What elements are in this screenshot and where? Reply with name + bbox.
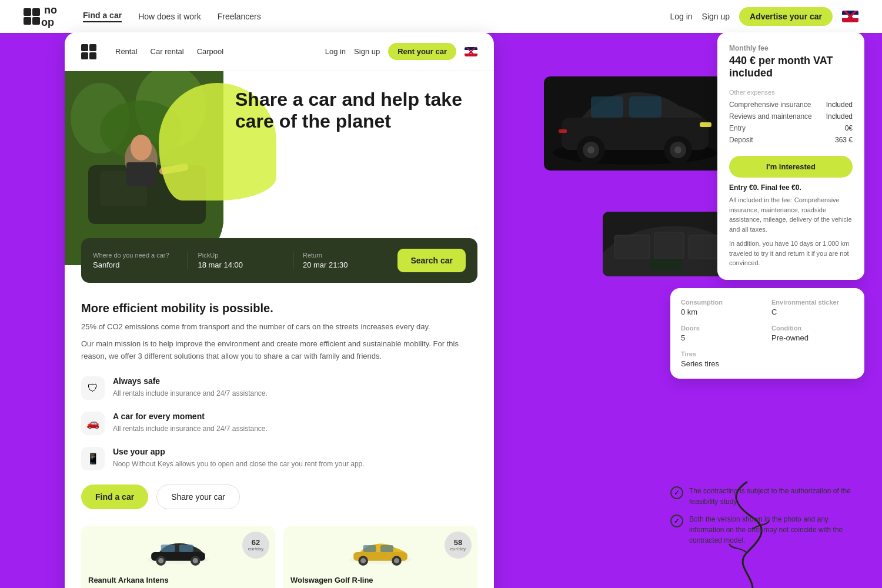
share-car-button[interactable]: Share your car bbox=[156, 485, 240, 509]
safe-icon: 🛡 bbox=[81, 376, 105, 400]
consumption-label: Consumption bbox=[681, 299, 763, 306]
feature-safe-title: Always safe bbox=[113, 376, 268, 386]
return-value[interactable]: 20 mar 21:30 bbox=[303, 260, 388, 269]
svg-rect-59 bbox=[650, 259, 682, 270]
card-flag-icon[interactable] bbox=[465, 47, 477, 56]
svg-rect-20 bbox=[363, 545, 376, 552]
svg-point-52 bbox=[674, 146, 681, 153]
car-name-0: Reanult Arkana Intens bbox=[88, 576, 268, 584]
hero-title: Share a car and help take care of the pl… bbox=[235, 89, 477, 132]
svg-rect-12 bbox=[161, 545, 175, 553]
mobility-para1: 25% of CO2 emissions come from transport… bbox=[81, 321, 477, 333]
env-label: Environmental sticker bbox=[771, 299, 854, 306]
expense-label-2: Entry bbox=[729, 124, 746, 132]
svg-rect-58 bbox=[689, 235, 718, 259]
pickup-label: PickUp bbox=[198, 252, 283, 259]
expense-label-0: Comprehensive insurance bbox=[729, 101, 811, 109]
top-nav-links: Find a car How does it work Freelancers bbox=[83, 11, 651, 22]
tires-label: Tires bbox=[681, 350, 763, 358]
interested-button[interactable]: I'm interested bbox=[729, 156, 853, 178]
checks-section: ✓ The contracting is subject to the auth… bbox=[670, 486, 864, 553]
search-car-button[interactable]: Search car bbox=[397, 249, 466, 272]
expense-row-0: Comprehensive insurance Included bbox=[729, 101, 853, 109]
svg-point-17 bbox=[193, 558, 198, 563]
svg-point-25 bbox=[394, 558, 399, 563]
pickup-value[interactable]: 18 mar 14:00 bbox=[198, 260, 283, 269]
feature-safe-desc: All rentals include insurance and 24/7 a… bbox=[113, 388, 268, 399]
svg-rect-45 bbox=[591, 96, 623, 118]
doors-label: Doors bbox=[681, 325, 763, 332]
specs-card: Consumption 0 km Environmental sticker C… bbox=[670, 288, 864, 379]
main-card: Rental Car rental Carpool Log in Sign up… bbox=[65, 32, 494, 588]
nav-freelancers[interactable]: Freelancers bbox=[218, 12, 261, 21]
car-image-0 bbox=[88, 533, 268, 571]
top-logo: noop bbox=[24, 4, 57, 29]
body-content: More efficient mobility is possible. 25%… bbox=[65, 271, 494, 526]
expense-value-1: Included bbox=[826, 112, 853, 121]
card-login[interactable]: Log in bbox=[325, 47, 346, 56]
search-bar: Where do you need a car? Sanford PickUp … bbox=[81, 238, 477, 283]
tires-value: Series tires bbox=[681, 359, 763, 368]
feature-car-title: A car for every moment bbox=[113, 412, 268, 421]
check-icon-1: ✓ bbox=[670, 514, 683, 527]
big-car-image-container bbox=[544, 76, 726, 171]
card-rent-button[interactable]: Rent your car bbox=[388, 43, 456, 60]
big-car-svg bbox=[544, 76, 726, 171]
expense-value-2: 0€ bbox=[845, 124, 853, 132]
top-signup[interactable]: Sign up bbox=[702, 12, 730, 21]
nav-find-car[interactable]: Find a car bbox=[83, 11, 122, 22]
find-car-button[interactable]: Find a car bbox=[81, 485, 148, 509]
card-nav-links: Rental Car rental Carpool bbox=[115, 47, 311, 56]
entry-desc: All included in the fee: Comprehensive i… bbox=[729, 195, 853, 234]
monthly-fee-value: 440 € per month VAT included bbox=[729, 55, 853, 79]
right-pricing-panel: Monthly fee 440 € per month VAT included… bbox=[717, 32, 864, 280]
language-flag-icon[interactable] bbox=[842, 11, 858, 22]
spec-condition: Condition Pre-owned bbox=[771, 325, 854, 342]
expense-value-0: Included bbox=[826, 101, 853, 109]
condition-value: Pre-owned bbox=[771, 333, 854, 342]
car-interior-container bbox=[603, 212, 726, 276]
doors-value: 5 bbox=[681, 333, 763, 342]
car-image-1 bbox=[290, 533, 470, 571]
return-label: Return bbox=[303, 252, 388, 259]
check-text-0: The contracting is subject to the author… bbox=[689, 486, 864, 507]
location-label: Where do you need a car? bbox=[93, 252, 178, 259]
svg-rect-21 bbox=[380, 545, 393, 552]
search-divider-2 bbox=[293, 252, 293, 269]
condition-label: Condition bbox=[771, 325, 854, 332]
bottom-buttons: Find a car Share your car bbox=[81, 485, 477, 509]
check-text-1: Both the version shown in the photo and … bbox=[689, 514, 864, 546]
entry-title: Entry €0. Final fee €0. bbox=[729, 183, 853, 192]
check-item-1: ✓ Both the version shown in the photo an… bbox=[670, 514, 864, 546]
svg-rect-8 bbox=[126, 162, 156, 186]
car-card-0[interactable]: 62 eur/day Reanult Arkana Intens ★★★☆☆ (… bbox=[81, 526, 275, 588]
spec-doors: Doors 5 bbox=[681, 325, 763, 342]
card-nav-rental[interactable]: Rental bbox=[115, 47, 138, 56]
svg-point-23 bbox=[360, 558, 366, 563]
specs-grid: Consumption 0 km Environmental sticker C… bbox=[681, 299, 854, 368]
card-navigation: Rental Car rental Carpool Log in Sign up… bbox=[65, 32, 494, 71]
check-icon-0: ✓ bbox=[670, 486, 683, 499]
expense-value-3: 363 € bbox=[835, 136, 853, 144]
nav-how-it-works[interactable]: How does it work bbox=[138, 12, 201, 21]
card-nav-carpool[interactable]: Carpool bbox=[197, 47, 224, 56]
expense-row-1: Reviews and maintenance Included bbox=[729, 112, 853, 121]
svg-rect-46 bbox=[629, 96, 662, 118]
expense-label-1: Reviews and maintenance bbox=[729, 112, 812, 121]
location-value[interactable]: Sanford bbox=[93, 260, 178, 269]
card-nav-car-rental[interactable]: Car rental bbox=[151, 47, 184, 56]
features-list: 🛡 Always safe All rentals include insura… bbox=[81, 376, 477, 470]
feature-car-desc: All rentals include insurance and 24/7 a… bbox=[113, 423, 268, 434]
top-login[interactable]: Log in bbox=[670, 12, 692, 21]
feature-car: 🚗 A car for every moment All rentals inc… bbox=[81, 412, 477, 435]
svg-point-49 bbox=[587, 146, 594, 153]
car-card-1[interactable]: 58 eur/day Wolswagen Golf R-line ★★☆☆☆ (… bbox=[283, 526, 477, 588]
car-cards-grid: 62 eur/day Reanult Arkana Intens ★★★☆☆ (… bbox=[65, 526, 494, 588]
spec-env: Environmental sticker C bbox=[771, 299, 854, 316]
card-logo bbox=[81, 44, 96, 59]
top-advertise-button[interactable]: Advertise your car bbox=[739, 7, 833, 26]
card-signup[interactable]: Sign up bbox=[354, 47, 380, 56]
location-field: Where do you need a car? Sanford bbox=[93, 252, 178, 269]
feature-safe: 🛡 Always safe All rentals include insura… bbox=[81, 376, 477, 400]
car-svg-1 bbox=[348, 536, 413, 568]
